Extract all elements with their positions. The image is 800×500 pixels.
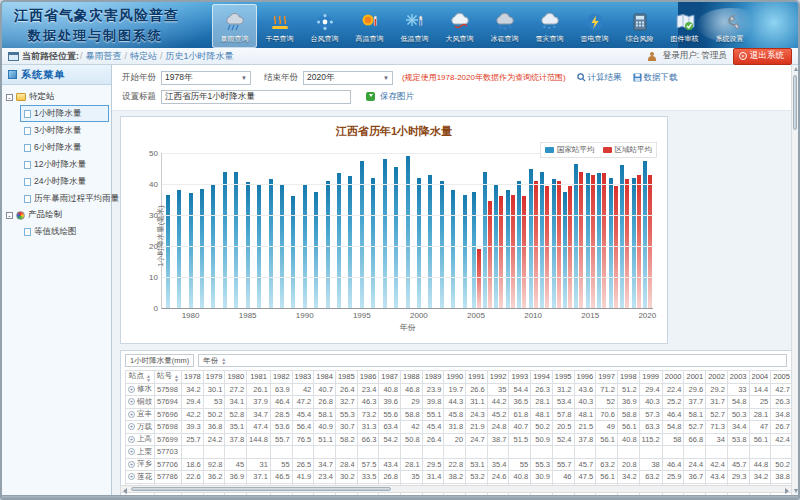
toolbar-item-1[interactable]: 暴雨查询 (212, 4, 257, 48)
col-header-year[interactable]: 1980 (225, 371, 247, 384)
expand-row-icon[interactable]: + (128, 411, 135, 418)
download-label: 数据下载 (644, 72, 678, 84)
col-header-year[interactable]: 1983 (292, 371, 314, 384)
end-year-select[interactable]: 2020年▼ (303, 71, 393, 85)
col-header-year[interactable]: 1986 (357, 371, 379, 384)
col-header-station-id[interactable]: 站号 ▲▼ (155, 371, 182, 384)
scroll-left-icon[interactable] (123, 488, 127, 494)
col-header-station[interactable]: 站点 ▲▼ (126, 371, 155, 384)
toolbar-item-6[interactable]: 大风查询 (437, 4, 482, 48)
vertical-scrollbar[interactable] (791, 65, 798, 495)
value-cell: 34.8 (771, 408, 792, 421)
tree-group-2[interactable]: -产品绘制 (4, 207, 109, 223)
calculate-button[interactable]: 计算结果 (577, 72, 622, 84)
scroll-right-icon[interactable] (785, 488, 789, 494)
value-cell: 20 (444, 433, 466, 446)
value-cell: 38.8 (771, 471, 792, 484)
tree-item[interactable]: 6小时降水量 (20, 139, 109, 156)
toolbar-item-5[interactable]: 低温查询 (392, 4, 437, 48)
col-header-year[interactable]: 1978 (182, 371, 204, 384)
legend-item[interactable]: 国家站平均 (545, 145, 595, 155)
col-header-year[interactable]: 1993 (509, 371, 531, 384)
col-header-year[interactable]: 1992 (487, 371, 509, 384)
tree-item[interactable]: 1小时降水量 (20, 105, 109, 122)
col-header-year[interactable]: 2003 (727, 371, 749, 384)
toolbar-item-8[interactable]: ***雪灾查询 (527, 4, 572, 48)
chart-title-input[interactable]: 江西省历年1小时降水量 (161, 90, 351, 104)
logout-button[interactable]: × 退出系统 (733, 48, 792, 65)
horizontal-scroll-thumb[interactable] (131, 487, 391, 491)
vertical-scroll-thumb[interactable] (793, 75, 797, 130)
col-header-year[interactable]: 2001 (684, 371, 706, 384)
col-header-year[interactable]: 1996 (574, 371, 596, 384)
value-cell: 26.4 (422, 433, 444, 446)
bar-group-2017 (607, 153, 618, 308)
toolbar-item-9[interactable]: 雷电查询 (572, 4, 617, 48)
toolbar-item-3[interactable]: 台风查询 (302, 4, 347, 48)
download-button[interactable]: 数据下载 (633, 72, 678, 84)
start-year-select[interactable]: 1978年▼ (161, 71, 251, 85)
value-cell: 40.3 (574, 396, 596, 409)
col-header-year[interactable]: 1984 (314, 371, 336, 384)
col-header-year[interactable]: 2004 (749, 371, 771, 384)
col-header-year[interactable]: 1994 (531, 371, 553, 384)
tree-toggle-icon[interactable]: - (6, 94, 13, 101)
scroll-up-icon[interactable] (794, 67, 798, 71)
tree-item[interactable]: 12小时降水量 (20, 156, 109, 173)
tree-item[interactable]: 等值线绘图 (20, 223, 109, 240)
toolbar-item-7[interactable]: 冰雹查询 (482, 4, 527, 48)
hail-cloud-icon (493, 11, 517, 33)
tree-item[interactable]: 24小时降水量 (20, 173, 109, 190)
scroll-down-icon[interactable] (794, 489, 798, 493)
col-header-year[interactable]: 2005 (771, 371, 792, 384)
col-header-year[interactable]: 1985 (335, 371, 357, 384)
app-title: 江西省气象灾害风险普查 数据处理与制图系统 (14, 7, 179, 45)
col-header-year[interactable]: 1987 (379, 371, 401, 384)
expand-row-icon[interactable]: + (128, 461, 135, 468)
legend-item[interactable]: 区域站平均 (603, 145, 653, 155)
col-header-year[interactable]: 1999 (639, 371, 662, 384)
col-header-year[interactable]: 1991 (466, 371, 488, 384)
measure-box[interactable]: 1小时降水量(mm) (125, 354, 194, 367)
save-image-button[interactable]: 保存图片 (380, 91, 414, 103)
toolbar-item-4[interactable]: 高温查询 (347, 4, 392, 48)
value-cell: 48.1 (574, 408, 596, 421)
expand-row-icon[interactable]: + (128, 423, 135, 430)
tree-group-1[interactable]: -特定站 (4, 89, 109, 105)
end-year-label: 结束年份 (264, 72, 298, 84)
col-header-year[interactable]: 1981 (247, 371, 271, 384)
col-header-year[interactable]: 1989 (422, 371, 444, 384)
value-cell: 40.7 (314, 383, 336, 396)
col-header-year[interactable]: 2000 (662, 371, 684, 384)
col-header-year[interactable]: 1988 (401, 371, 423, 384)
horizontal-scrollbar[interactable] (120, 485, 792, 493)
breadcrumb-item[interactable]: 历史1小时降水量 (166, 51, 234, 61)
expand-row-icon[interactable]: + (128, 398, 135, 405)
tree-item[interactable]: 历年暴雨过程平均雨量 (20, 190, 109, 207)
value-cell: 45 (225, 458, 247, 471)
expand-row-icon[interactable]: + (128, 473, 135, 480)
col-header-year[interactable]: 1995 (552, 371, 574, 384)
tree-toggle-icon[interactable]: - (6, 212, 13, 219)
toolbar-item-12[interactable]: 系统设置 (707, 4, 752, 48)
col-header-year[interactable]: 1997 (596, 371, 618, 384)
expand-row-icon[interactable]: + (128, 436, 135, 443)
tree-item[interactable]: 3小时降水量 (20, 122, 109, 139)
expand-row-icon[interactable]: + (128, 448, 135, 455)
expand-row-icon[interactable]: + (128, 386, 135, 393)
col-header-year[interactable]: 1982 (270, 371, 292, 384)
year-sort-box[interactable]: 年份 ▲▼ (198, 354, 787, 367)
value-cell: 21.9 (466, 421, 488, 434)
col-header-year[interactable]: 1979 (203, 371, 225, 384)
toolbar-item-2[interactable]: 干旱查询 (257, 4, 302, 48)
toolbar-item-10[interactable]: 综合风险 (617, 4, 662, 48)
col-header-year[interactable]: 1990 (444, 371, 466, 384)
col-header-year[interactable]: 1998 (617, 371, 639, 384)
station-id-cell: 57598 (155, 383, 182, 396)
user-icon (648, 52, 657, 61)
breadcrumb-item[interactable]: 暴雨普查 (86, 51, 122, 61)
toolbar-item-11[interactable]: 图件审核 (662, 4, 707, 48)
col-header-year[interactable]: 2002 (706, 371, 728, 384)
breadcrumb-item[interactable]: 特定站 (130, 51, 157, 61)
range-note: (规定使用1978-2020年数据作为查询统计范围) (402, 72, 566, 83)
